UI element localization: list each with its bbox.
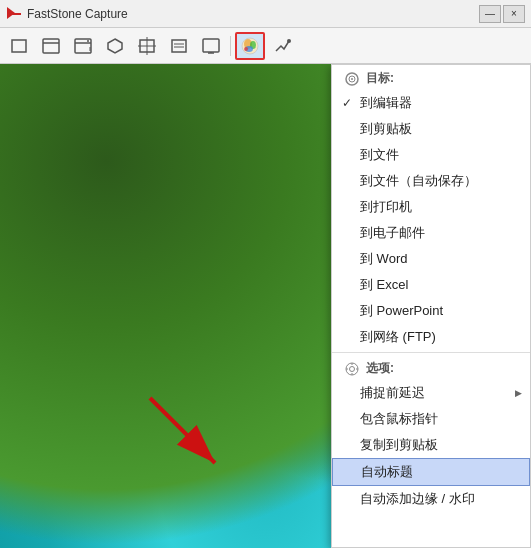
- minimize-button[interactable]: —: [479, 5, 501, 23]
- capture-window-button[interactable]: [36, 32, 66, 60]
- menu-item-to-file-auto[interactable]: 到文件（自动保存）: [332, 168, 530, 194]
- svg-rect-3: [43, 39, 59, 53]
- menu-item-to-clipboard[interactable]: 到剪贴板: [332, 116, 530, 142]
- window-controls: — ×: [479, 5, 525, 23]
- svg-rect-13: [172, 40, 186, 52]
- capture-paint-button[interactable]: [235, 32, 265, 60]
- svg-point-31: [350, 366, 355, 371]
- toolbar-separator: [230, 36, 231, 56]
- dropdown-menu: 目标: 到编辑器 到剪贴板 到文件 到文件（自动保存） 到打印机 到电子邮件 到…: [331, 64, 531, 548]
- capture-cross-button[interactable]: [132, 32, 162, 60]
- app-icon: [6, 6, 22, 22]
- extra-tool-button[interactable]: [267, 32, 297, 60]
- capture-scroll-button[interactable]: [68, 32, 98, 60]
- app-title: FastStone Capture: [27, 7, 479, 21]
- main-content: 目标: 到编辑器 到剪贴板 到文件 到文件（自动保存） 到打印机 到电子邮件 到…: [0, 64, 531, 548]
- capture-screen-button[interactable]: [196, 32, 226, 60]
- menu-item-auto-title[interactable]: 自动标题: [332, 458, 530, 486]
- svg-marker-1: [7, 7, 15, 19]
- target-section-icon: [344, 71, 360, 87]
- svg-rect-2: [12, 40, 26, 52]
- menu-item-to-excel[interactable]: 到 Excel: [332, 272, 530, 298]
- capture-menu-button[interactable]: [164, 32, 194, 60]
- capture-rect-button[interactable]: [4, 32, 34, 60]
- menu-item-copy-clipboard[interactable]: 复制到剪贴板: [332, 432, 530, 458]
- options-section-icon: [344, 361, 360, 377]
- svg-point-29: [351, 78, 353, 80]
- menu-item-to-powerpoint[interactable]: 到 PowerPoint: [332, 298, 530, 324]
- menu-item-to-ftp[interactable]: 到网络 (FTP): [332, 324, 530, 350]
- capture-polygon-button[interactable]: [100, 32, 130, 60]
- menu-divider-1: [332, 352, 530, 353]
- svg-marker-9: [108, 39, 122, 53]
- menu-section-options: 选项:: [332, 355, 530, 380]
- close-button[interactable]: ×: [503, 5, 525, 23]
- menu-item-to-editor[interactable]: 到编辑器: [332, 90, 530, 116]
- menu-item-to-email[interactable]: 到电子邮件: [332, 220, 530, 246]
- menu-item-include-cursor[interactable]: 包含鼠标指针: [332, 406, 530, 432]
- menu-item-to-printer[interactable]: 到打印机: [332, 194, 530, 220]
- menu-item-auto-watermark[interactable]: 自动添加边缘 / 水印: [332, 486, 530, 512]
- title-bar: FastStone Capture — ×: [0, 0, 531, 28]
- menu-item-to-word[interactable]: 到 Word: [332, 246, 530, 272]
- menu-item-capture-delay[interactable]: 捕捉前延迟: [332, 380, 530, 406]
- svg-point-23: [244, 47, 248, 51]
- svg-rect-16: [203, 39, 219, 52]
- menu-item-to-file[interactable]: 到文件: [332, 142, 530, 168]
- svg-point-24: [287, 39, 291, 43]
- menu-section-target: 目标:: [332, 65, 530, 90]
- toolbar: [0, 28, 531, 64]
